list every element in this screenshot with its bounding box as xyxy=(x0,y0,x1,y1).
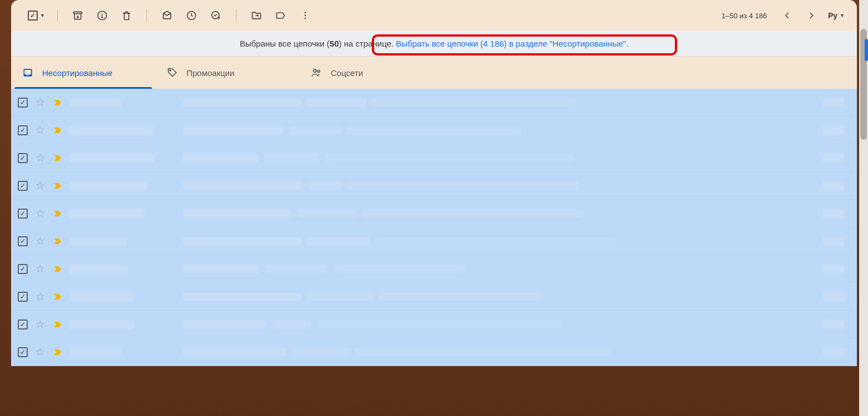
row-checkbox[interactable]: ✓ xyxy=(18,153,28,163)
mail-row[interactable]: ✓☆ xyxy=(11,200,857,227)
star-icon[interactable]: ☆ xyxy=(36,124,45,136)
spam-icon xyxy=(97,10,108,21)
important-marker-icon[interactable] xyxy=(53,153,62,164)
svg-point-3 xyxy=(102,17,103,18)
snooze-button[interactable] xyxy=(180,4,203,27)
tab-label: Соцсети xyxy=(331,68,363,78)
row-subject xyxy=(183,98,815,107)
svg-point-9 xyxy=(305,15,306,17)
important-marker-icon[interactable] xyxy=(53,180,62,191)
star-icon[interactable]: ☆ xyxy=(36,235,45,247)
select-all-dropdown[interactable]: ✓ ▼ xyxy=(24,8,48,23)
important-marker-icon[interactable] xyxy=(53,347,62,358)
banner-text-before: Выбраны все цепочки ( xyxy=(240,39,330,48)
row-checkbox[interactable]: ✓ xyxy=(18,292,28,302)
row-checkbox[interactable]: ✓ xyxy=(18,347,28,357)
svg-point-13 xyxy=(317,70,320,73)
row-sender xyxy=(69,320,175,329)
prev-page-button[interactable] xyxy=(776,4,798,27)
add-to-tasks-button[interactable] xyxy=(205,4,227,27)
row-subject xyxy=(183,181,815,190)
star-icon[interactable]: ☆ xyxy=(36,262,45,275)
row-checkbox[interactable]: ✓ xyxy=(18,236,28,246)
caret-down-icon: ▼ xyxy=(40,13,45,18)
delete-button[interactable] xyxy=(115,4,138,27)
mark-unread-button[interactable] xyxy=(156,4,178,27)
mail-row[interactable]: ✓☆ xyxy=(11,227,857,255)
row-checkbox[interactable]: ✓ xyxy=(18,209,28,219)
tab-social[interactable]: Соцсети xyxy=(300,57,444,89)
banner-count: 50 xyxy=(330,39,339,48)
labels-button[interactable] xyxy=(270,4,292,27)
row-checkbox[interactable]: ✓ xyxy=(18,181,28,191)
mail-row[interactable]: ✓☆ xyxy=(11,144,857,172)
row-subject xyxy=(183,209,815,218)
row-time xyxy=(822,126,850,135)
important-marker-icon[interactable] xyxy=(53,125,62,136)
row-checkbox[interactable]: ✓ xyxy=(18,264,28,274)
input-language-label: Ру xyxy=(828,11,837,20)
row-subject xyxy=(183,126,815,135)
more-button[interactable] xyxy=(294,4,316,27)
row-time xyxy=(822,209,850,218)
row-subject xyxy=(183,348,815,357)
star-icon[interactable]: ☆ xyxy=(36,318,45,331)
star-icon[interactable]: ☆ xyxy=(36,179,45,192)
mail-row[interactable]: ✓☆ xyxy=(11,311,857,338)
important-marker-icon[interactable] xyxy=(53,208,62,219)
category-tabs: Несортированные Промоакции Соцсети xyxy=(11,57,857,89)
mail-row[interactable]: ✓☆ xyxy=(11,116,857,144)
inbox-icon xyxy=(22,67,33,78)
row-subject xyxy=(183,265,815,273)
side-panel-indicator xyxy=(865,39,868,61)
label-icon xyxy=(275,10,286,21)
mail-row[interactable]: ✓☆ xyxy=(11,338,857,366)
vertical-scrollbar[interactable] xyxy=(859,0,868,416)
mail-row[interactable]: ✓☆ xyxy=(11,89,857,116)
row-sender xyxy=(69,265,175,273)
mail-row[interactable]: ✓☆ xyxy=(11,255,857,283)
tab-primary[interactable]: Несортированные xyxy=(11,57,155,89)
mail-row[interactable]: ✓☆ xyxy=(11,283,857,311)
star-icon[interactable]: ☆ xyxy=(36,96,45,109)
row-subject xyxy=(183,320,815,329)
row-time xyxy=(822,154,850,163)
clock-icon xyxy=(186,10,197,21)
tab-promotions[interactable]: Промоакции xyxy=(155,57,300,89)
row-checkbox[interactable]: ✓ xyxy=(18,319,28,329)
star-icon[interactable]: ☆ xyxy=(36,151,45,164)
tag-icon xyxy=(166,67,178,78)
row-time xyxy=(822,181,850,190)
important-marker-icon[interactable] xyxy=(53,291,62,302)
row-time xyxy=(822,98,850,107)
important-marker-icon[interactable] xyxy=(53,263,62,275)
archive-button[interactable] xyxy=(67,4,89,27)
next-page-button[interactable] xyxy=(800,4,822,27)
report-spam-button[interactable] xyxy=(91,4,113,27)
svg-point-12 xyxy=(314,69,316,72)
mail-container: ✓ ▼ xyxy=(0,0,868,416)
input-language-dropdown[interactable]: Ру ▼ xyxy=(825,9,848,22)
selection-banner: Выбраны все цепочки (50) на странице. Вы… xyxy=(11,31,857,57)
toolbar-group-actions3 xyxy=(241,4,321,27)
select-all-checkbox-icon: ✓ xyxy=(28,11,38,21)
important-marker-icon[interactable] xyxy=(53,97,62,108)
row-checkbox[interactable]: ✓ xyxy=(18,125,28,135)
mail-list: ✓☆✓☆✓☆✓☆✓☆✓☆✓☆✓☆✓☆✓☆ xyxy=(11,89,857,366)
important-marker-icon[interactable] xyxy=(53,236,62,247)
tab-label: Несортированные xyxy=(42,68,113,78)
star-icon[interactable]: ☆ xyxy=(36,207,45,220)
mail-row[interactable]: ✓☆ xyxy=(11,172,857,200)
move-to-button[interactable] xyxy=(245,4,268,27)
star-icon[interactable]: ☆ xyxy=(36,290,45,303)
select-all-conversations-link[interactable]: Выбрать все цепочки (4 186) в разделе "Н… xyxy=(396,39,628,48)
row-checkbox[interactable]: ✓ xyxy=(18,98,28,108)
toolbar-group-select: ✓ ▼ xyxy=(20,8,53,23)
star-icon[interactable]: ☆ xyxy=(36,346,45,358)
row-sender xyxy=(69,292,175,301)
toolbar-separator xyxy=(57,9,58,22)
important-marker-icon[interactable] xyxy=(53,319,62,330)
row-time xyxy=(822,348,850,357)
row-sender xyxy=(69,98,175,107)
trash-icon xyxy=(121,10,132,21)
